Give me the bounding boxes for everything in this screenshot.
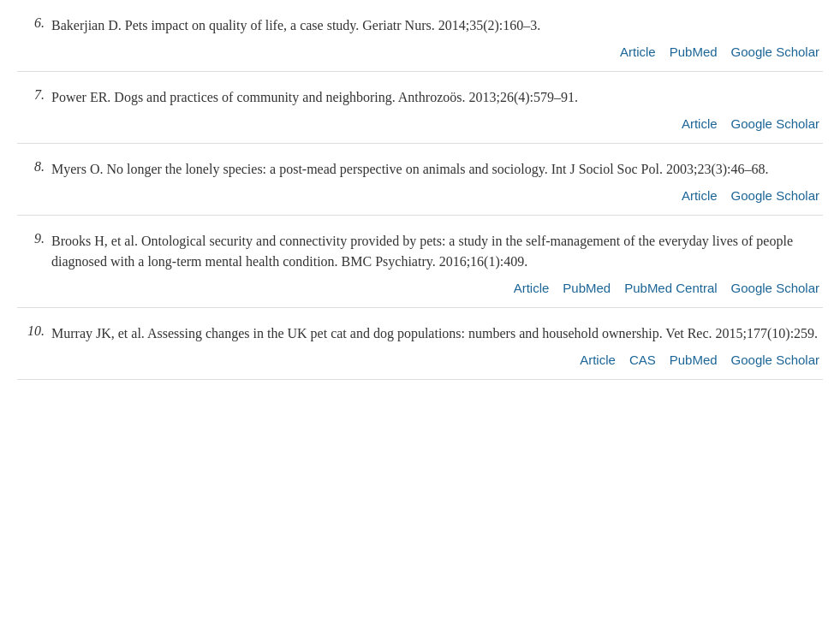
reference-link-article[interactable]: Article xyxy=(580,353,616,367)
reference-content: 6.Bakerjian D. Pets impact on quality of… xyxy=(17,15,823,36)
reference-link-google-scholar[interactable]: Google Scholar xyxy=(731,188,819,203)
reference-number: 6. xyxy=(17,15,51,31)
reference-link-article[interactable]: Article xyxy=(514,281,550,295)
reference-link-article[interactable]: Article xyxy=(682,188,718,203)
reference-text: Bakerjian D. Pets impact on quality of l… xyxy=(51,15,540,36)
references-list: 6.Bakerjian D. Pets impact on quality of… xyxy=(0,0,840,380)
reference-links: ArticlePubMedGoogle Scholar xyxy=(17,44,823,59)
reference-item: 10.Murray JK, et al. Assessing changes i… xyxy=(17,308,823,380)
reference-content: 7.Power ER. Dogs and practices of commun… xyxy=(17,87,823,108)
reference-content: 10.Murray JK, et al. Assessing changes i… xyxy=(17,323,823,344)
reference-item: 6.Bakerjian D. Pets impact on quality of… xyxy=(17,0,823,72)
reference-number: 9. xyxy=(17,231,51,246)
reference-links: ArticleCASPubMedGoogle Scholar xyxy=(17,353,823,367)
reference-item: 9.Brooks H, et al. Ontological security … xyxy=(17,216,823,308)
reference-text: Myers O. No longer the lonely species: a… xyxy=(51,159,768,180)
reference-content: 9.Brooks H, et al. Ontological security … xyxy=(17,231,823,272)
reference-number: 8. xyxy=(17,159,51,175)
reference-link-pubmed[interactable]: PubMed xyxy=(670,44,718,59)
reference-links: ArticleGoogle Scholar xyxy=(17,116,823,131)
reference-link-cas[interactable]: CAS xyxy=(629,353,656,367)
reference-link-google-scholar[interactable]: Google Scholar xyxy=(731,353,819,367)
reference-link-pubmed[interactable]: PubMed xyxy=(563,281,611,295)
reference-links: ArticleGoogle Scholar xyxy=(17,188,823,203)
reference-link-google-scholar[interactable]: Google Scholar xyxy=(731,116,819,131)
reference-text: Brooks H, et al. Ontological security an… xyxy=(51,231,823,272)
reference-link-google-scholar[interactable]: Google Scholar xyxy=(731,281,819,295)
reference-link-article[interactable]: Article xyxy=(620,44,656,59)
reference-text: Murray JK, et al. Assessing changes in t… xyxy=(51,323,818,344)
reference-text: Power ER. Dogs and practices of communit… xyxy=(51,87,578,108)
reference-item: 7.Power ER. Dogs and practices of commun… xyxy=(17,72,823,144)
reference-item: 8.Myers O. No longer the lonely species:… xyxy=(17,144,823,216)
reference-content: 8.Myers O. No longer the lonely species:… xyxy=(17,159,823,180)
reference-link-article[interactable]: Article xyxy=(682,116,718,131)
reference-number: 10. xyxy=(17,323,51,339)
reference-link-google-scholar[interactable]: Google Scholar xyxy=(731,44,819,59)
reference-number: 7. xyxy=(17,87,51,103)
reference-link-pubmed[interactable]: PubMed xyxy=(670,353,718,367)
reference-link-pubmed-central[interactable]: PubMed Central xyxy=(624,281,717,295)
reference-links: ArticlePubMedPubMed CentralGoogle Schola… xyxy=(17,281,823,295)
